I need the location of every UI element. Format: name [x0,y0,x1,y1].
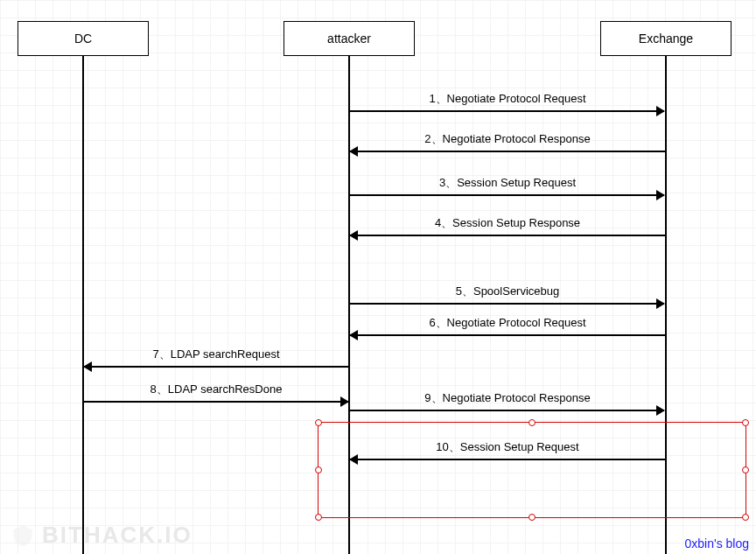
actor-dc-label: DC [74,32,92,46]
shield-icon [10,523,35,548]
msg-6-label: 6、Negotiate Protocol Request [350,315,665,331]
handle-se[interactable] [742,514,749,521]
handle-n[interactable] [528,419,536,426]
actor-attacker: attacker [284,21,415,56]
handle-nw[interactable] [315,419,322,426]
actor-attacker-label: attacker [327,32,371,46]
msg-3-label: 3、Session Setup Request [350,175,665,191]
credit-text: 0xbin's blog [685,536,750,550]
msg-3-arrow [350,194,664,196]
watermark-text: BITHACK.IO [42,522,192,549]
msg-7-arrow [84,366,348,368]
handle-s[interactable] [528,514,536,521]
msg-9-label: 9、Negotiate Protocol Response [350,390,665,406]
handle-e[interactable] [742,466,749,473]
handle-w[interactable] [315,466,322,473]
msg-2-label: 2、Negotiate Protocol Response [350,131,665,147]
msg-4-label: 4、Session Setup Response [350,215,665,231]
actor-exchange-label: Exchange [639,32,693,46]
msg-5-label: 5、SpoolServicebug [350,284,665,299]
lifeline-dc [82,56,84,554]
msg-1-label: 1、Negotiate Protocol Request [350,91,665,107]
msg-2-arrow [350,151,665,152]
actor-dc: DC [18,21,149,56]
msg-1-arrow [350,110,664,112]
msg-5-arrow [350,303,664,305]
msg-9-arrow [350,410,664,411]
msg-4-arrow [350,235,665,236]
msg-8-label: 8、LDAP searchResDone [84,382,348,397]
actor-exchange: Exchange [600,21,732,56]
handle-sw[interactable] [315,514,322,521]
selection-box[interactable] [318,422,746,518]
msg-7-label: 7、LDAP searchRequest [84,347,348,362]
watermark: BITHACK.IO [10,522,192,549]
msg-8-arrow [84,401,348,403]
msg-6-arrow [350,334,665,336]
handle-ne[interactable] [742,419,749,426]
